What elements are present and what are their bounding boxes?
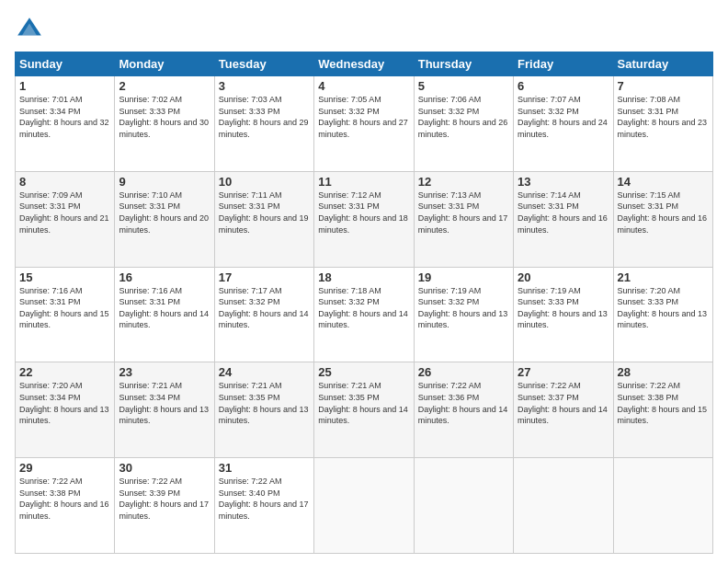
logo-icon xyxy=(15,15,44,44)
day-info: Sunrise: 7:06 AM Sunset: 3:32 PM Dayligh… xyxy=(418,94,509,140)
calendar-cell: 27 Sunrise: 7:22 AM Sunset: 3:37 PM Dayl… xyxy=(514,362,613,458)
calendar-cell: 29 Sunrise: 7:22 AM Sunset: 3:38 PM Dayl… xyxy=(16,458,115,554)
day-number: 30 xyxy=(119,461,210,475)
day-info: Sunrise: 7:22 AM Sunset: 3:38 PM Dayligh… xyxy=(19,476,110,522)
calendar-cell: 14 Sunrise: 7:15 AM Sunset: 3:31 PM Dayl… xyxy=(613,171,712,267)
day-number: 17 xyxy=(219,270,310,284)
day-number: 5 xyxy=(418,79,509,93)
calendar-cell: 9 Sunrise: 7:10 AM Sunset: 3:31 PM Dayli… xyxy=(115,171,214,267)
calendar-cell: 10 Sunrise: 7:11 AM Sunset: 3:31 PM Dayl… xyxy=(214,171,313,267)
day-number: 24 xyxy=(219,365,310,379)
calendar-cell: 12 Sunrise: 7:13 AM Sunset: 3:31 PM Dayl… xyxy=(414,171,513,267)
calendar-cell xyxy=(414,458,513,554)
day-info: Sunrise: 7:22 AM Sunset: 3:36 PM Dayligh… xyxy=(418,380,509,426)
calendar-cell: 7 Sunrise: 7:08 AM Sunset: 3:31 PM Dayli… xyxy=(613,76,712,172)
col-header-wednesday: Wednesday xyxy=(314,52,414,76)
day-info: Sunrise: 7:02 AM Sunset: 3:33 PM Dayligh… xyxy=(119,94,210,140)
calendar-cell: 20 Sunrise: 7:19 AM Sunset: 3:33 PM Dayl… xyxy=(514,267,613,362)
day-info: Sunrise: 7:13 AM Sunset: 3:31 PM Dayligh… xyxy=(418,190,509,236)
day-info: Sunrise: 7:20 AM Sunset: 3:33 PM Dayligh… xyxy=(618,285,709,331)
calendar-cell: 8 Sunrise: 7:09 AM Sunset: 3:31 PM Dayli… xyxy=(16,171,115,267)
day-number: 28 xyxy=(618,365,709,379)
calendar-cell: 2 Sunrise: 7:02 AM Sunset: 3:33 PM Dayli… xyxy=(115,76,214,172)
calendar-cell: 6 Sunrise: 7:07 AM Sunset: 3:32 PM Dayli… xyxy=(514,76,613,172)
day-number: 2 xyxy=(119,79,210,93)
logo xyxy=(15,15,48,44)
calendar-table: SundayMondayTuesdayWednesdayThursdayFrid… xyxy=(15,52,713,554)
calendar-cell: 23 Sunrise: 7:21 AM Sunset: 3:34 PM Dayl… xyxy=(115,362,214,458)
day-number: 29 xyxy=(19,461,110,475)
day-info: Sunrise: 7:09 AM Sunset: 3:31 PM Dayligh… xyxy=(19,190,110,236)
calendar-cell: 11 Sunrise: 7:12 AM Sunset: 3:31 PM Dayl… xyxy=(314,171,414,267)
col-header-tuesday: Tuesday xyxy=(214,52,313,76)
day-info: Sunrise: 7:15 AM Sunset: 3:31 PM Dayligh… xyxy=(618,190,709,236)
day-number: 13 xyxy=(518,175,609,189)
day-info: Sunrise: 7:21 AM Sunset: 3:34 PM Dayligh… xyxy=(119,380,210,426)
day-info: Sunrise: 7:05 AM Sunset: 3:32 PM Dayligh… xyxy=(318,94,409,140)
day-info: Sunrise: 7:14 AM Sunset: 3:31 PM Dayligh… xyxy=(518,190,609,236)
day-info: Sunrise: 7:21 AM Sunset: 3:35 PM Dayligh… xyxy=(318,380,409,426)
day-number: 8 xyxy=(19,175,110,189)
day-number: 7 xyxy=(618,79,709,93)
calendar-cell xyxy=(514,458,613,554)
day-number: 21 xyxy=(618,270,709,284)
calendar-week-1: 1 Sunrise: 7:01 AM Sunset: 3:34 PM Dayli… xyxy=(16,76,713,172)
day-info: Sunrise: 7:21 AM Sunset: 3:35 PM Dayligh… xyxy=(219,380,310,426)
calendar-cell: 17 Sunrise: 7:17 AM Sunset: 3:32 PM Dayl… xyxy=(214,267,313,362)
calendar-week-5: 29 Sunrise: 7:22 AM Sunset: 3:38 PM Dayl… xyxy=(16,458,713,554)
day-number: 12 xyxy=(418,175,509,189)
header xyxy=(15,15,713,44)
day-info: Sunrise: 7:18 AM Sunset: 3:32 PM Dayligh… xyxy=(318,285,409,331)
day-info: Sunrise: 7:19 AM Sunset: 3:32 PM Dayligh… xyxy=(418,285,509,331)
day-number: 19 xyxy=(418,270,509,284)
calendar-header-row: SundayMondayTuesdayWednesdayThursdayFrid… xyxy=(16,52,713,76)
calendar-cell: 18 Sunrise: 7:18 AM Sunset: 3:32 PM Dayl… xyxy=(314,267,414,362)
day-info: Sunrise: 7:16 AM Sunset: 3:31 PM Dayligh… xyxy=(119,285,210,331)
day-info: Sunrise: 7:12 AM Sunset: 3:31 PM Dayligh… xyxy=(318,190,409,236)
day-info: Sunrise: 7:07 AM Sunset: 3:32 PM Dayligh… xyxy=(518,94,609,140)
calendar-cell: 13 Sunrise: 7:14 AM Sunset: 3:31 PM Dayl… xyxy=(514,171,613,267)
calendar-cell: 22 Sunrise: 7:20 AM Sunset: 3:34 PM Dayl… xyxy=(16,362,115,458)
calendar-cell: 31 Sunrise: 7:22 AM Sunset: 3:40 PM Dayl… xyxy=(214,458,313,554)
calendar-cell: 28 Sunrise: 7:22 AM Sunset: 3:38 PM Dayl… xyxy=(613,362,712,458)
day-number: 9 xyxy=(119,175,210,189)
day-number: 18 xyxy=(318,270,409,284)
day-number: 11 xyxy=(318,175,409,189)
day-number: 14 xyxy=(618,175,709,189)
day-number: 3 xyxy=(219,79,310,93)
day-info: Sunrise: 7:22 AM Sunset: 3:40 PM Dayligh… xyxy=(219,476,310,522)
col-header-sunday: Sunday xyxy=(16,52,115,76)
day-info: Sunrise: 7:10 AM Sunset: 3:31 PM Dayligh… xyxy=(119,190,210,236)
calendar-cell: 4 Sunrise: 7:05 AM Sunset: 3:32 PM Dayli… xyxy=(314,76,414,172)
day-number: 6 xyxy=(518,79,609,93)
col-header-thursday: Thursday xyxy=(414,52,513,76)
calendar-cell: 5 Sunrise: 7:06 AM Sunset: 3:32 PM Dayli… xyxy=(414,76,513,172)
col-header-monday: Monday xyxy=(115,52,214,76)
day-info: Sunrise: 7:17 AM Sunset: 3:32 PM Dayligh… xyxy=(219,285,310,331)
day-number: 16 xyxy=(119,270,210,284)
calendar-week-2: 8 Sunrise: 7:09 AM Sunset: 3:31 PM Dayli… xyxy=(16,171,713,267)
calendar-cell: 26 Sunrise: 7:22 AM Sunset: 3:36 PM Dayl… xyxy=(414,362,513,458)
day-info: Sunrise: 7:11 AM Sunset: 3:31 PM Dayligh… xyxy=(219,190,310,236)
calendar-cell: 15 Sunrise: 7:16 AM Sunset: 3:31 PM Dayl… xyxy=(16,267,115,362)
calendar-cell: 24 Sunrise: 7:21 AM Sunset: 3:35 PM Dayl… xyxy=(214,362,313,458)
day-number: 4 xyxy=(318,79,409,93)
calendar-cell: 3 Sunrise: 7:03 AM Sunset: 3:33 PM Dayli… xyxy=(214,76,313,172)
day-number: 25 xyxy=(318,365,409,379)
day-number: 27 xyxy=(518,365,609,379)
calendar-cell: 30 Sunrise: 7:22 AM Sunset: 3:39 PM Dayl… xyxy=(115,458,214,554)
calendar-cell: 16 Sunrise: 7:16 AM Sunset: 3:31 PM Dayl… xyxy=(115,267,214,362)
day-info: Sunrise: 7:22 AM Sunset: 3:38 PM Dayligh… xyxy=(618,380,709,426)
calendar-cell: 21 Sunrise: 7:20 AM Sunset: 3:33 PM Dayl… xyxy=(613,267,712,362)
calendar-cell: 19 Sunrise: 7:19 AM Sunset: 3:32 PM Dayl… xyxy=(414,267,513,362)
day-info: Sunrise: 7:01 AM Sunset: 3:34 PM Dayligh… xyxy=(19,94,110,140)
day-number: 31 xyxy=(219,461,310,475)
calendar-week-3: 15 Sunrise: 7:16 AM Sunset: 3:31 PM Dayl… xyxy=(16,267,713,362)
day-number: 26 xyxy=(418,365,509,379)
day-number: 15 xyxy=(19,270,110,284)
calendar-week-4: 22 Sunrise: 7:20 AM Sunset: 3:34 PM Dayl… xyxy=(16,362,713,458)
calendar-cell: 25 Sunrise: 7:21 AM Sunset: 3:35 PM Dayl… xyxy=(314,362,414,458)
day-number: 20 xyxy=(518,270,609,284)
col-header-friday: Friday xyxy=(514,52,613,76)
day-info: Sunrise: 7:08 AM Sunset: 3:31 PM Dayligh… xyxy=(618,94,709,140)
